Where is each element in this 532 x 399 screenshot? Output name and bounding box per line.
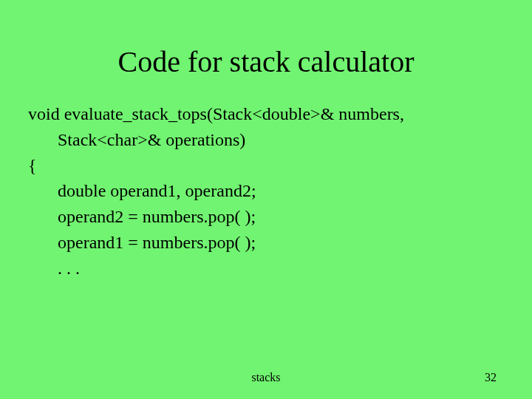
- code-line: operand1 = numbers.pop( );: [28, 230, 504, 256]
- code-line: . . .: [28, 256, 504, 282]
- code-block: void evaluate_stack_tops(Stack<double>& …: [0, 101, 532, 282]
- slide: Code for stack calculator void evaluate_…: [0, 0, 532, 399]
- footer-label: stacks: [0, 371, 532, 384]
- code-line: double operand1, operand2;: [28, 178, 504, 204]
- code-line: operand2 = numbers.pop( );: [28, 204, 504, 230]
- code-line: {: [28, 153, 504, 179]
- page-number: 32: [485, 371, 497, 384]
- slide-title: Code for stack calculator: [0, 0, 532, 101]
- code-line: Stack<char>& operations): [28, 127, 504, 153]
- code-line: void evaluate_stack_tops(Stack<double>& …: [28, 101, 504, 127]
